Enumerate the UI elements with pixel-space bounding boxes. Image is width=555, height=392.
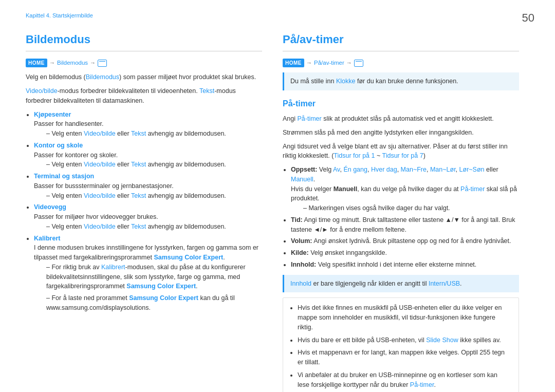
bullet-kontor-skole: Kontor og skole Passer for kontorer og s… xyxy=(34,141,262,170)
bullet-videovegg: Videovegg Passer for miljøer hvor videov… xyxy=(34,202,262,231)
tidsur-link-7[interactable]: Tidsur for på 7 xyxy=(382,152,423,159)
kalibrert-link[interactable]: Kalibrert xyxy=(101,264,125,271)
bullet-kilde: Kilde: Velg ønsket inngangskilde. xyxy=(291,248,519,258)
bildemodus-path-link[interactable]: Bildemodus xyxy=(57,59,88,67)
kontor-skole-sub: Velg enten Video/bilde eller Tekst avhen… xyxy=(46,160,262,170)
tekst-link-2[interactable]: Tekst xyxy=(131,130,146,137)
bullet-kjopesenter: Kjøpesenter Passer for handlesenter. Vel… xyxy=(34,110,262,139)
bullet-oppsett: Oppsett: Velg Av, Én gang, Hver dag, Man… xyxy=(291,165,519,213)
man-fre-link[interactable]: Man~Fre xyxy=(401,166,427,173)
path-icon-right xyxy=(354,60,363,67)
warning-bullets-list: Hvis det ikke finnes en musikkfil på USB… xyxy=(283,297,519,392)
kjopesenter-text: Passer for handlesenter. xyxy=(34,120,104,127)
oppsett-sub: Markeringen vises også hvilke dager du h… xyxy=(303,203,519,213)
samsung-color-expert-link-3[interactable]: Samsung Color Expert xyxy=(129,294,198,302)
terminal-stasjon-text: Basser for busssterminaler og jernbanest… xyxy=(34,182,174,190)
left-home-path: HOME → Bildemodus → xyxy=(26,59,262,67)
en-gang-link[interactable]: Én gang xyxy=(343,166,367,173)
warning-bullet-3: Hvis et mappenavn er for langt, kan mapp… xyxy=(298,348,510,367)
videovegg-sub: Velg enten Video/bilde eller Tekst avhen… xyxy=(46,222,262,232)
pa-timer-link-1[interactable]: På-timer xyxy=(298,115,322,122)
man-lor-link[interactable]: Man~Lør xyxy=(430,166,456,173)
pa-timer-subtitle: På-timer xyxy=(283,98,519,110)
videovegg-text: Passer for miljøer hvor videovegger bruk… xyxy=(34,213,158,220)
left-intro-p1: Velg en bildemodus (Bildemodus) som pass… xyxy=(26,72,262,82)
samsung-color-expert-link-1[interactable]: Samsung Color Expert xyxy=(154,254,223,261)
left-intro-p2: Video/bilde-modus forbedrer bildekvalite… xyxy=(26,86,262,106)
right-home-path: HOME → På/av-timer → xyxy=(283,59,519,67)
pa-timer-p3: Angi tidsuret ved å velge blant ett av s… xyxy=(283,142,519,161)
oppsett-manuell-text: Hvis du velger Manuell, kan du velge på … xyxy=(291,185,517,202)
pa-timer-manuell-link[interactable]: På-timer xyxy=(460,185,485,193)
right-divider xyxy=(283,51,519,51)
bullet-terminal-stasjon: Terminal og stasjon Basser for busssterm… xyxy=(34,172,262,200)
tekst-link-4[interactable]: Tekst xyxy=(131,192,146,199)
bullet-kalibrert: Kalibrert I denne modusen brukes innstil… xyxy=(34,234,262,313)
pa-timer-p1: Angi På-timer slik at produktet slås på … xyxy=(283,114,519,124)
tekst-link-1[interactable]: Tekst xyxy=(199,87,214,95)
samsung-color-expert-link-2[interactable]: Samsung Color Expert xyxy=(126,283,196,290)
path-icon-left xyxy=(98,60,107,67)
terminal-stasjon-sub: Velg enten Video/bilde eller Tekst avhen… xyxy=(46,191,262,201)
warning-bullet-2: Hvis du bare er ett bilde på USB-enheten… xyxy=(298,335,510,345)
kilde-label: Kilde: xyxy=(291,249,309,256)
tid-label: Tid: xyxy=(291,216,303,223)
video-bilde-link-4[interactable]: Video/bilde xyxy=(84,192,116,199)
kalibrert-text: I denne modusen brukes innstillingene fo… xyxy=(34,244,258,261)
warning-bullet-4: Vi anbefaler at du bruker en USB-minnepi… xyxy=(298,370,510,390)
video-bilde-link-1[interactable]: Video/bilde xyxy=(26,87,58,95)
volum-label: Volum: xyxy=(291,237,312,245)
hver-dag-link[interactable]: Hver dag xyxy=(371,166,397,173)
video-bilde-link-3[interactable]: Video/bilde xyxy=(84,161,116,168)
innhold-label: Innhold: xyxy=(291,261,316,268)
bullet-volum: Volum: Angi ønsket lydnivå. Bruk piltast… xyxy=(291,236,519,246)
chapter-label: Kapittel 4. Startskjermbilde xyxy=(26,11,93,20)
pa-timer-link-2[interactable]: På-timer xyxy=(410,381,434,388)
page-number: 50 xyxy=(522,9,534,26)
kontor-skole-text: Passer for kontorer og skoler. xyxy=(34,152,118,159)
terminal-stasjon-title: Terminal og stasjon xyxy=(34,173,94,180)
home-badge-right: HOME xyxy=(283,59,304,67)
bullet-tid: Tid: Angi time og minutt. Bruk talltaste… xyxy=(291,215,519,235)
bildemodus-title: Bildemodus xyxy=(26,31,262,48)
oppsett-label: Oppsett: Velg Av, Én gang, Hver dag, Man… xyxy=(291,166,498,183)
warning-bullet-1: Hvis det ikke finnes en musikkfil på USB… xyxy=(298,303,510,332)
kjopesenter-title: Kjøpesenter xyxy=(34,111,71,118)
video-bilde-link-5[interactable]: Video/bilde xyxy=(84,223,116,230)
tidsur-link-1[interactable]: Tidsur for på 1 xyxy=(334,152,375,159)
kjopesenter-sub: Velg enten Video/bilde eller Tekst avhen… xyxy=(46,129,262,139)
bildemodus-inline-link[interactable]: Bildemodus xyxy=(86,73,119,81)
tekst-link-5[interactable]: Tekst xyxy=(131,223,146,230)
left-column: Bildemodus HOME → Bildemodus → Velg en b… xyxy=(26,31,262,392)
paav-timer-title: På/av-timer xyxy=(283,31,519,48)
kalibrert-sub1: For riktig bruk av Kalibrert-modusen, sk… xyxy=(46,263,262,291)
lor-son-link[interactable]: Lør~Søn xyxy=(459,166,485,173)
kalibrert-sub2: For å laste ned prorammet Samsung Color … xyxy=(46,293,262,313)
info-box-klokke: Du må stille inn Klokke før du kan bruke… xyxy=(283,72,519,90)
videovegg-title: Videovegg xyxy=(34,203,66,211)
kontor-skole-title: Kontor og skole xyxy=(34,142,83,149)
bullet-list-left: Kjøpesenter Passer for handlesenter. Vel… xyxy=(34,110,262,313)
left-divider xyxy=(26,51,262,51)
bullet-list-right: Oppsett: Velg Av, Én gang, Hver dag, Man… xyxy=(291,165,519,270)
note-box-innhold: Innhold er bare tilgjengelig når kilden … xyxy=(283,275,519,293)
home-badge-left: HOME xyxy=(26,59,47,67)
manuell-link[interactable]: Manuell xyxy=(291,176,313,183)
av-link[interactable]: Av xyxy=(333,166,340,173)
tekst-link-3[interactable]: Tekst xyxy=(131,161,146,168)
intern-usb-link[interactable]: Intern/USB xyxy=(429,280,460,287)
innhold-note-link[interactable]: Innhold xyxy=(290,280,311,287)
slide-show-link[interactable]: Slide Show xyxy=(426,337,458,344)
kalibrert-title: Kalibrert xyxy=(34,235,60,242)
video-bilde-link-2[interactable]: Video/bilde xyxy=(84,130,116,137)
pa-timer-p2: Strømmen slås på med den angitte lydstyr… xyxy=(283,128,519,138)
right-column: På/av-timer HOME → På/av-timer → Du må s… xyxy=(283,31,519,392)
klokke-link[interactable]: Klokke xyxy=(336,78,356,85)
bullet-innhold: Innhold: Velg spesifikt innhold i det in… xyxy=(291,260,519,270)
paav-timer-path-link[interactable]: På/av-timer xyxy=(314,59,344,67)
